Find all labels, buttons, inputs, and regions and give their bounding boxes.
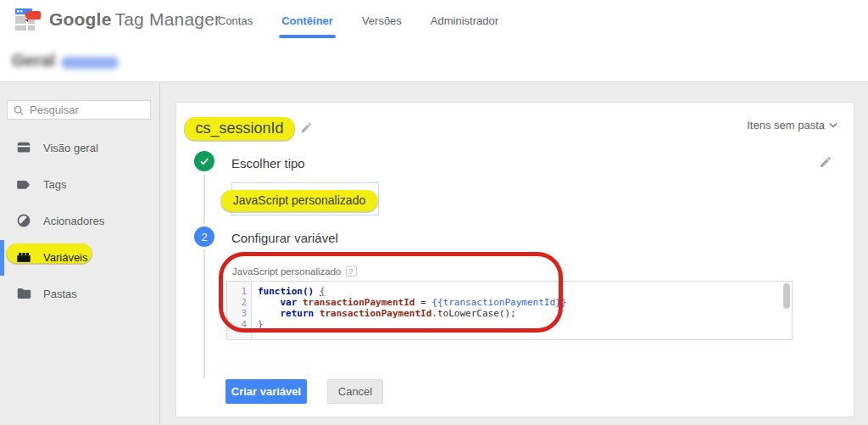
edit-name-pencil-icon[interactable] (300, 121, 313, 134)
code-token: .toLowerCase(); (431, 308, 515, 319)
line-number: 4 (230, 319, 247, 330)
editor-field-label-text: JavaScript personalizado (232, 266, 342, 277)
code-token (297, 297, 303, 308)
code-token: transactionPaymentId (303, 297, 415, 308)
code-line: return transactionPaymentId.toLowerCase(… (258, 308, 516, 319)
search-box[interactable] (7, 100, 151, 120)
variable-editor-card: cs_sessionId Itens sem pasta Escolher ti… (175, 102, 854, 417)
tab-versoes[interactable]: Versões (348, 0, 416, 41)
sidebar-item-variaveis[interactable]: Variáveis (0, 245, 159, 269)
code-token: return (281, 308, 314, 319)
line-number: 1 (230, 286, 247, 297)
app-title: GoogleTag Manager (49, 9, 220, 30)
sidebar-item-label: Tags (43, 178, 66, 191)
help-icon[interactable]: ? (346, 266, 357, 277)
chevron-down-icon (829, 122, 837, 128)
step1-check-circle (194, 151, 214, 171)
tag-icon (15, 176, 32, 193)
search-icon (13, 104, 25, 116)
sidebar-item-label: Visão geral (43, 142, 98, 154)
gtm-logo: GoogleTag Manager (14, 4, 220, 35)
sidebar-item-label: Variáveis (43, 251, 88, 264)
editor-gutter: 1 2 3 4 (227, 282, 252, 339)
sidebar-item-acionadores[interactable]: Acionadores (0, 209, 159, 232)
sidebar-item-tags[interactable]: Tags (0, 172, 159, 196)
gtm-logo-icon (14, 4, 42, 35)
folder-dropdown-label: Itens sem pasta (747, 119, 825, 131)
page-body: Visão geral Tags Acionadores (0, 82, 868, 425)
tab-administrador[interactable]: Administrador (416, 0, 513, 41)
search-input[interactable] (30, 103, 140, 116)
folder-icon (15, 285, 32, 302)
code-token: function() (258, 286, 314, 297)
code-token: var (281, 297, 298, 308)
check-icon (198, 155, 210, 167)
code-token: { (320, 286, 326, 297)
line-number: 3 (230, 308, 247, 319)
editor-scrollbar[interactable] (783, 283, 790, 309)
edit-type-pencil-icon[interactable] (819, 155, 832, 169)
folder-dropdown[interactable]: Itens sem pasta (747, 119, 837, 131)
cancel-button[interactable]: Cancel (327, 379, 383, 404)
tab-conteiner[interactable]: Contêiner (267, 0, 348, 41)
step-connector (203, 249, 205, 378)
redacted-container-link[interactable] (61, 57, 119, 69)
code-token (258, 297, 281, 308)
breadcrumb-bar: Geral (0, 41, 868, 82)
step-connector (203, 174, 205, 225)
code-token (314, 308, 320, 319)
sidebar-item-label: Pastas (43, 288, 77, 300)
sidebar-item-pastas[interactable]: Pastas (0, 282, 159, 305)
variables-brick-icon (15, 249, 32, 266)
variable-name: cs_sessionId (185, 117, 294, 140)
editor-field-label: JavaScript personalizado ? (232, 266, 357, 277)
code-line: var transactionPaymentId = {{transaction… (258, 297, 566, 308)
step2-number-circle: 2 (194, 226, 214, 247)
app-header: GoogleTag Manager Contas Contêiner Versõ… (0, 0, 868, 41)
code-token: {{transactionPaymentId}} (431, 297, 566, 308)
breadcrumb-account-name: Geral (12, 51, 55, 70)
code-editor[interactable]: 1 2 3 4 function() { var transactionPaym… (226, 281, 793, 340)
code-token (314, 286, 320, 297)
line-number: 2 (230, 297, 247, 308)
sidebar: Visão geral Tags Acionadores (0, 82, 160, 425)
step2-label: Configurar variável (231, 231, 338, 245)
overview-icon (15, 139, 32, 156)
sidebar-item-visao-geral[interactable]: Visão geral (0, 136, 159, 159)
header-tabs: Contas Contêiner Versões Administrador (203, 0, 513, 41)
code-token: = (415, 297, 431, 308)
code-token: } (258, 319, 264, 330)
create-variable-button[interactable]: Criar variável (225, 379, 307, 404)
trigger-icon (15, 212, 32, 229)
step1-label: Escolher tipo (231, 156, 305, 171)
tab-contas[interactable]: Contas (203, 0, 267, 41)
code-token (258, 308, 281, 319)
variable-type-value: JavaScript personalizado (221, 190, 377, 211)
code-line: } (258, 319, 264, 330)
sidebar-item-label: Acionadores (43, 215, 104, 227)
code-token: transactionPaymentId (320, 308, 431, 319)
code-line: function() { (258, 286, 325, 297)
